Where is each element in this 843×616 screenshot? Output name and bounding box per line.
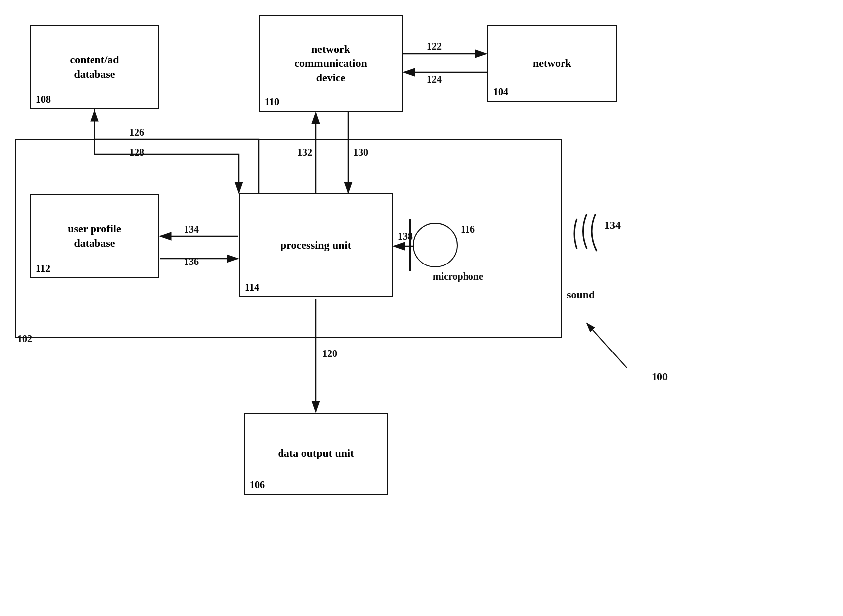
label-130: 130	[353, 147, 368, 158]
label-128: 128	[129, 147, 144, 158]
label-120: 120	[322, 348, 337, 359]
sound-num: 134	[604, 219, 621, 232]
microphone-circle	[413, 223, 458, 267]
user-profile-label: user profile database	[68, 222, 121, 250]
processing-unit-num: 114	[245, 282, 259, 293]
network-comm-box: network communication device 110	[259, 15, 403, 112]
user-profile-num: 112	[36, 263, 50, 274]
processing-unit-label: processing unit	[281, 238, 351, 253]
content-ad-database-num: 108	[36, 94, 51, 105]
content-ad-database-label: content/ad database	[70, 53, 119, 81]
content-ad-database-box: content/ad database 108	[30, 25, 159, 109]
ref-100-label: 100	[652, 370, 668, 383]
user-profile-box: user profile database 112	[30, 194, 159, 278]
label-132: 132	[297, 147, 312, 158]
label-122: 122	[427, 41, 442, 52]
data-output-num: 106	[250, 479, 265, 491]
label-134: 134	[184, 224, 199, 235]
label-124: 124	[427, 74, 442, 85]
label-138: 138	[398, 231, 413, 242]
diagram-container: content/ad database 108 network communic…	[0, 0, 843, 616]
mic-line	[409, 219, 411, 271]
microphone-num: 116	[461, 224, 475, 235]
svg-line-10	[587, 323, 627, 368]
network-comm-num: 110	[265, 96, 279, 108]
data-output-box: data output unit 106	[244, 413, 388, 495]
sound-label: sound	[567, 288, 595, 301]
label-136: 136	[184, 256, 199, 267]
label-126: 126	[129, 127, 144, 138]
microphone-label: microphone	[433, 271, 483, 282]
network-num: 104	[493, 87, 508, 98]
data-output-label: data output unit	[278, 446, 354, 461]
network-label: network	[533, 56, 571, 71]
outer-box-num: 102	[17, 333, 32, 345]
network-box: network 104	[487, 25, 617, 102]
network-comm-label: network communication device	[294, 42, 367, 85]
processing-unit-box: processing unit 114	[239, 193, 393, 297]
